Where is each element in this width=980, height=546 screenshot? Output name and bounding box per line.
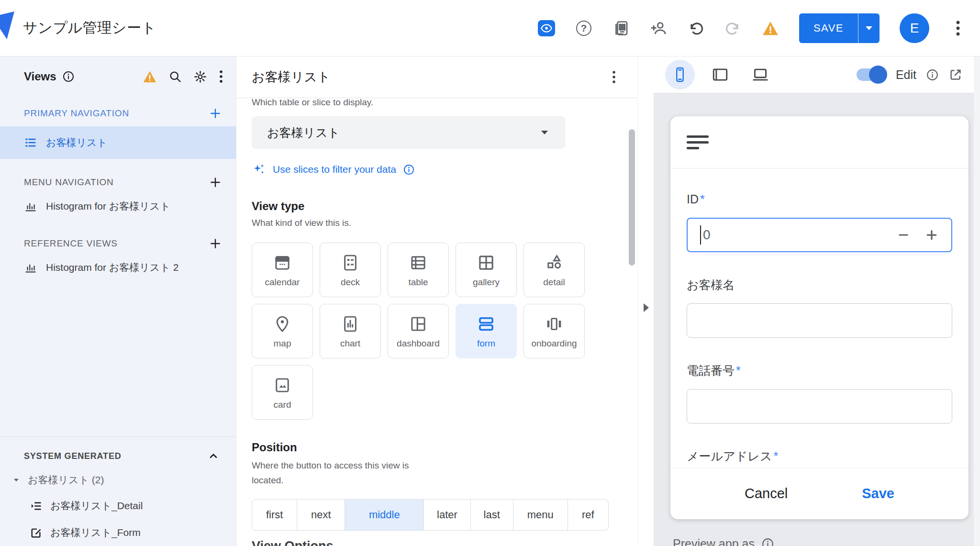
form-save-button[interactable]: Save: [862, 486, 894, 501]
keypad-device-icon[interactable]: [612, 20, 630, 37]
field-label-email: メールアドレス: [687, 449, 772, 463]
sidebar-item-label: お客様リスト: [46, 136, 107, 149]
views-sidebar: Views PRIMARY NAVIGATION お客様リスト MENU NA: [0, 56, 236, 546]
system-generated-section: SYSTEM GENERATED お客様リスト (2) お客様リスト_Detai…: [0, 436, 236, 546]
system-generated-label: SYSTEM GENERATED: [24, 451, 122, 461]
sidebar-item-detail-view[interactable]: お客様リスト_Detail: [0, 492, 236, 519]
reference-views-label: REFERENCE VIEWS: [24, 238, 118, 249]
view-type-gallery[interactable]: gallery: [456, 243, 517, 297]
avatar[interactable]: E: [900, 13, 929, 43]
phone-preview-card: ID* 0 お客様名 電話番号* メールアドレス*: [670, 116, 969, 519]
use-slices-link[interactable]: Use slices to filter your data: [273, 164, 396, 175]
view-type-card[interactable]: card: [252, 365, 313, 420]
more-menu-icon[interactable]: [949, 20, 967, 37]
view-type-map[interactable]: map: [252, 304, 313, 358]
sidebar-warning-icon[interactable]: [143, 70, 157, 83]
system-group-customer-list[interactable]: お客様リスト (2): [0, 468, 236, 492]
menu-hamburger-icon[interactable]: [687, 135, 709, 149]
settings-gear-icon[interactable]: [193, 70, 207, 84]
sidebar-item-form-view[interactable]: お客様リスト_Form: [0, 519, 236, 546]
device-desktop-button[interactable]: [746, 60, 775, 89]
increment-button[interactable]: [924, 228, 939, 242]
sidebar-item-label: お客様リスト_Detail: [50, 499, 143, 513]
calendar-icon: [272, 253, 292, 273]
table-help-text: Which table or slice to display.: [252, 98, 609, 109]
device-tablet-button[interactable]: [705, 60, 735, 89]
menu-navigation-label: MENU NAVIGATION: [24, 177, 114, 188]
menu-navigation-section: MENU NAVIGATION: [0, 172, 236, 192]
view-type-detail[interactable]: detail: [523, 243, 585, 297]
sidebar-more-icon[interactable]: [219, 69, 223, 84]
undo-icon[interactable]: [687, 20, 704, 37]
view-type-help: What kind of view this is.: [252, 218, 609, 228]
position-ref[interactable]: ref: [568, 499, 609, 531]
editor-more-icon[interactable]: [612, 70, 616, 84]
dashboard-icon: [408, 314, 428, 334]
tablet-icon: [712, 67, 728, 82]
required-mark: *: [700, 192, 705, 206]
preview-form: ID* 0 お客様名 電話番号* メールアドレス*: [670, 192, 969, 509]
redo-icon[interactable]: [724, 20, 742, 37]
sidebar-item-histogram[interactable]: Histogram for お客様リスト: [0, 192, 236, 220]
form-edit-icon: [30, 526, 43, 539]
preview-app-icon[interactable]: [538, 20, 555, 37]
view-type-chart[interactable]: chart: [320, 304, 381, 358]
position-middle[interactable]: middle: [345, 499, 424, 531]
position-first[interactable]: first: [252, 499, 297, 531]
add-menu-view-icon[interactable]: [209, 176, 222, 189]
add-primary-view-icon[interactable]: [209, 107, 222, 120]
position-last[interactable]: last: [471, 499, 513, 531]
map-pin-icon: [272, 314, 292, 334]
view-type-deck[interactable]: deck: [320, 243, 381, 297]
device-phone-button[interactable]: [665, 60, 695, 89]
editor-view-title: お客様リスト: [252, 68, 331, 86]
sidebar-item-label: Histogram for お客様リスト 2: [46, 261, 178, 274]
cancel-button[interactable]: Cancel: [745, 486, 788, 501]
table-select[interactable]: お客様リスト: [252, 116, 565, 149]
sidebar-item-histogram-2[interactable]: Histogram for お客様リスト 2: [0, 254, 236, 281]
edit-info-icon[interactable]: [926, 68, 939, 81]
histogram-icon: [24, 200, 37, 213]
field-label-id: ID: [687, 192, 699, 206]
chart-icon: [340, 314, 360, 334]
slices-info-icon[interactable]: [403, 164, 415, 176]
open-in-new-icon[interactable]: [948, 67, 963, 82]
editor-scrollbar[interactable]: [629, 129, 635, 266]
view-type-dashboard[interactable]: dashboard: [388, 304, 449, 358]
view-type-onboarding[interactable]: onboarding: [523, 304, 585, 358]
text-cursor: [700, 225, 701, 245]
customer-name-input[interactable]: [687, 303, 952, 338]
add-reference-view-icon[interactable]: [209, 237, 222, 250]
field-label-name: お客様名: [687, 278, 735, 291]
view-options-heading: View Options: [252, 539, 334, 546]
view-type-table[interactable]: table: [388, 243, 449, 297]
sidebar-item-customer-list[interactable]: お客様リスト: [0, 126, 236, 159]
deck-icon: [340, 253, 360, 273]
id-number-input[interactable]: 0: [687, 218, 952, 252]
edit-toggle-label: Edit: [896, 68, 916, 82]
view-type-form[interactable]: form: [456, 304, 517, 358]
phone-number-input[interactable]: [687, 389, 952, 423]
save-button[interactable]: SAVE: [799, 13, 858, 43]
position-next[interactable]: next: [297, 499, 345, 531]
onboarding-icon: [544, 314, 564, 334]
preview-scrollbar-gutter[interactable]: [974, 56, 980, 546]
position-menu[interactable]: menu: [513, 499, 568, 531]
help-icon[interactable]: ?: [575, 20, 592, 37]
edit-toggle[interactable]: [857, 68, 886, 81]
info-icon[interactable]: [62, 70, 75, 83]
preview-app-info-icon[interactable]: [761, 537, 774, 546]
expand-panel-icon[interactable]: [641, 301, 651, 314]
add-user-icon[interactable]: [650, 20, 667, 37]
decrement-button[interactable]: [897, 228, 910, 242]
position-later[interactable]: later: [424, 499, 470, 531]
reference-views-section: REFERENCE VIEWS: [0, 234, 236, 254]
form-footer: Cancel Save: [670, 468, 969, 519]
collapse-chevron-icon[interactable]: [207, 450, 220, 462]
chevron-down-icon: [539, 129, 550, 136]
save-dropdown-button[interactable]: [858, 13, 880, 43]
sidebar-item-label: お客様リスト_Form: [50, 526, 141, 539]
search-icon[interactable]: [168, 70, 182, 83]
errors-warning-icon[interactable]: [762, 20, 779, 37]
view-type-calendar[interactable]: calendar: [252, 243, 313, 297]
